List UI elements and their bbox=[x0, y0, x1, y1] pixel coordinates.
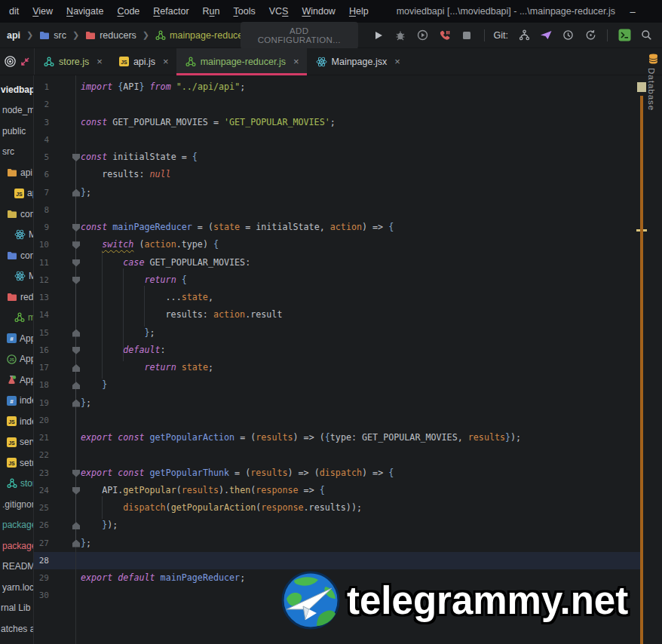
stop-icon[interactable] bbox=[459, 27, 474, 44]
fold-marker-open[interactable] bbox=[72, 470, 80, 477]
tree-item-App-c[interactable]: #App.c bbox=[0, 328, 33, 349]
tree-item-M[interactable]: M bbox=[0, 266, 33, 287]
folder-orange-icon bbox=[7, 168, 17, 177]
debug-icon[interactable] bbox=[393, 27, 408, 44]
menu-item-refactor[interactable]: Refactor bbox=[146, 3, 195, 20]
fold-marker-close[interactable] bbox=[72, 540, 80, 547]
tab-close-icon[interactable]: × bbox=[163, 56, 169, 67]
menu-item-tools[interactable]: Tools bbox=[227, 3, 262, 20]
line-number: 19 bbox=[34, 394, 49, 412]
tree-item-atches-a[interactable]: atches a bbox=[0, 618, 33, 639]
line-number: 20 bbox=[34, 412, 49, 429]
code-line-10: switch (action.type) { bbox=[81, 236, 219, 253]
database-tool-tab[interactable]: Database bbox=[647, 68, 656, 111]
tree-item-App-t[interactable]: App.t bbox=[0, 370, 33, 391]
tree-item-package[interactable]: package bbox=[0, 515, 33, 536]
fold-marker-close[interactable] bbox=[72, 382, 80, 389]
tab-close-icon[interactable]: × bbox=[97, 56, 103, 67]
fold-marker-open[interactable] bbox=[72, 224, 80, 232]
tab-close-icon[interactable]: × bbox=[394, 56, 400, 67]
tree-item-index[interactable]: JSindex bbox=[0, 411, 33, 432]
code-line-5: const initialState = { bbox=[81, 149, 198, 166]
menu-item-vcs[interactable]: VCS bbox=[262, 3, 296, 20]
tree-item-m[interactable]: m bbox=[0, 308, 33, 329]
fold-marker-open[interactable] bbox=[72, 259, 80, 267]
tree-item-yarn-lock[interactable]: yarn.lock bbox=[0, 577, 33, 598]
line-number: 24 bbox=[34, 482, 49, 499]
tree-item-conta[interactable]: conta bbox=[0, 245, 33, 266]
breadcrumb-item[interactable]: reducers bbox=[83, 29, 139, 42]
tree-item--gitignor[interactable]: .gitignor bbox=[0, 494, 33, 515]
code-line-18: } bbox=[81, 376, 107, 394]
breadcrumb-item[interactable]: api bbox=[5, 29, 23, 42]
fold-marker-close[interactable] bbox=[72, 330, 80, 337]
search-everywhere-icon[interactable] bbox=[639, 27, 654, 44]
tree-item-api[interactable]: api bbox=[0, 162, 33, 183]
tree-item-M[interactable]: M bbox=[0, 225, 33, 246]
history-icon[interactable] bbox=[561, 27, 576, 44]
fold-marker-open[interactable] bbox=[72, 154, 80, 161]
tree-item-viedbap[interactable]: viedbap bbox=[0, 79, 33, 100]
tree-item-reduc[interactable]: reduc bbox=[0, 287, 33, 308]
update-project-icon[interactable] bbox=[583, 27, 598, 44]
js-icon: JS bbox=[14, 189, 24, 198]
tree-item-ap[interactable]: JSap bbox=[0, 183, 33, 204]
profiler-phone-icon[interactable] bbox=[437, 27, 452, 44]
tree-item-servic[interactable]: JSservic bbox=[0, 432, 33, 453]
window-controls: – ❒ ✕ bbox=[615, 0, 662, 23]
tree-item-store-[interactable]: store. bbox=[0, 474, 33, 495]
menu-item-view[interactable]: View bbox=[26, 3, 60, 20]
fold-marker-close[interactable] bbox=[72, 189, 80, 197]
fold-marker-open[interactable] bbox=[72, 241, 80, 249]
tree-item-setup[interactable]: JSsetup bbox=[0, 452, 33, 474]
locate-file-target-icon[interactable] bbox=[4, 55, 17, 68]
tree-item-src[interactable]: src bbox=[0, 142, 33, 163]
minimize-button[interactable]: – bbox=[615, 0, 650, 23]
tree-item-rnal-Lib[interactable]: rnal Lib bbox=[0, 598, 33, 619]
react-icon bbox=[14, 271, 26, 281]
run-icon[interactable] bbox=[371, 27, 386, 44]
menu-item-help[interactable]: Help bbox=[342, 3, 375, 20]
code-line-26: }); bbox=[81, 517, 118, 534]
menu-item-run[interactable]: Run bbox=[196, 3, 227, 20]
breadcrumb-item[interactable]: mainpage-reducer.js bbox=[153, 29, 241, 42]
line-number: 14 bbox=[34, 306, 49, 324]
tab-store.js[interactable]: store.js× bbox=[35, 48, 110, 75]
add-configuration-button[interactable]: ADD CONFIGURATION... bbox=[241, 22, 358, 49]
tab-mainpage-reducer.js[interactable]: mainpage-reducer.js× bbox=[176, 48, 307, 75]
breadcrumb-item[interactable]: src bbox=[37, 29, 69, 42]
tab-Mainpage.jsx[interactable]: Mainpage.jsx× bbox=[307, 48, 408, 75]
menu-item-navigate[interactable]: Navigate bbox=[60, 3, 110, 20]
fold-marker-close[interactable] bbox=[72, 522, 80, 529]
tree-item-index[interactable]: #index bbox=[0, 391, 33, 412]
fold-marker-close[interactable] bbox=[72, 400, 80, 407]
menu-item-dit[interactable]: dit bbox=[2, 3, 26, 20]
tree-item-App-j[interactable]: JSApp.j bbox=[0, 349, 33, 370]
tree-item-README[interactable]: README bbox=[0, 557, 33, 578]
fold-marker-close[interactable] bbox=[72, 364, 80, 372]
tab-close-icon[interactable]: × bbox=[293, 56, 299, 67]
tab-api.js[interactable]: JSapi.js× bbox=[110, 48, 176, 75]
tree-item-public[interactable]: public bbox=[0, 121, 33, 142]
line-number: 17 bbox=[34, 359, 49, 376]
run-with-coverage-icon[interactable] bbox=[415, 27, 431, 44]
inspection-status-indicator[interactable] bbox=[637, 82, 646, 92]
menu-item-code[interactable]: Code bbox=[110, 3, 146, 20]
toolbar-divider bbox=[484, 29, 485, 41]
fold-marker-open[interactable] bbox=[72, 347, 80, 354]
code-editor[interactable]: 1234567891011121314151617181920212223242… bbox=[34, 75, 662, 644]
tree-item-comp[interactable]: comp bbox=[0, 204, 33, 225]
fold-marker-open[interactable] bbox=[72, 277, 80, 284]
git-branch-icon[interactable] bbox=[516, 27, 532, 44]
code-line-25: dispatch(getPopularAction(response.resul… bbox=[81, 499, 362, 517]
tree-item-node_m[interactable]: node_m bbox=[0, 100, 33, 121]
push-paper-plane-icon[interactable] bbox=[538, 27, 553, 44]
menu-item-window[interactable]: Window bbox=[295, 3, 342, 20]
code-line-27: }; bbox=[81, 535, 91, 552]
line-number: 28 bbox=[34, 552, 49, 569]
maximize-button[interactable]: ❒ bbox=[650, 0, 662, 23]
terminal-icon[interactable] bbox=[617, 27, 632, 44]
hide-panel-collapse-icon[interactable] bbox=[20, 57, 30, 66]
tree-item-package[interactable]: package bbox=[0, 535, 33, 557]
fold-marker-open[interactable] bbox=[72, 487, 80, 495]
